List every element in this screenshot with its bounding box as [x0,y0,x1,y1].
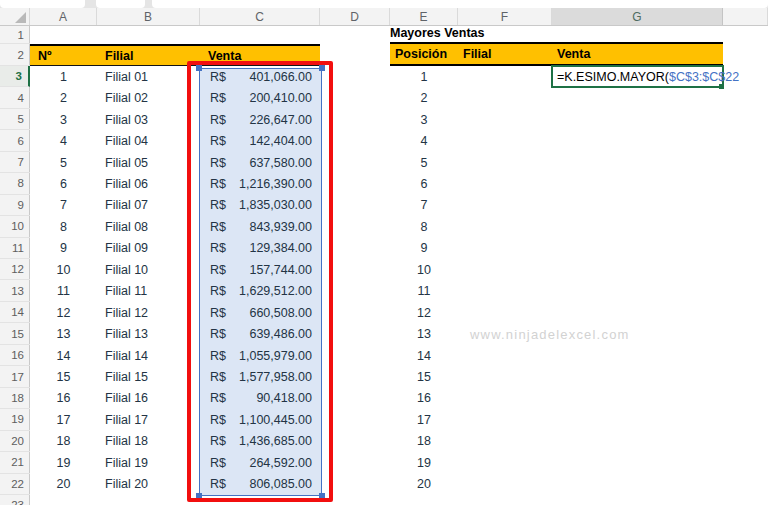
row-header-7[interactable]: 7 [0,152,30,173]
row-header-23[interactable]: 23 [0,495,30,505]
fill-handle[interactable] [719,84,724,89]
name-box-bottom [0,0,85,8]
cell-e15[interactable]: 13 [390,323,458,344]
cell-e16[interactable]: 14 [390,345,458,366]
cell-b4[interactable]: Filial 02 [97,87,200,108]
column-header-a[interactable]: A [30,8,97,25]
cell-b5[interactable]: Filial 03 [97,109,200,130]
column-header-c[interactable]: C [200,8,320,25]
cell-b3[interactable]: Filial 01 [97,66,200,87]
row-header-4[interactable]: 4 [0,87,30,108]
cell-a11[interactable]: 9 [30,238,97,259]
cell-e21[interactable]: 19 [390,452,458,473]
cell-e8[interactable]: 6 [390,173,458,194]
formula-range-reference: $C$3:$C$22 [669,70,739,84]
row-header-3[interactable]: 3 [0,66,30,87]
cell-a20[interactable]: 18 [30,431,97,452]
cell-a18[interactable]: 16 [30,388,97,409]
cell-e17[interactable]: 15 [390,366,458,387]
row-header-16[interactable]: 16 [0,345,30,366]
cell-a15[interactable]: 13 [30,323,97,344]
row-header-6[interactable]: 6 [0,130,30,151]
row-header-20[interactable]: 20 [0,431,30,452]
row-header-11[interactable]: 11 [0,238,30,259]
cell-b13[interactable]: Filial 11 [97,281,200,302]
cell-e11[interactable]: 9 [390,238,458,259]
row-header-22[interactable]: 22 [0,474,30,495]
row-header-13[interactable]: 13 [0,281,30,302]
cell-a17[interactable]: 15 [30,366,97,387]
cell-b8[interactable]: Filial 06 [97,173,200,194]
cell-e22[interactable]: 20 [390,474,458,495]
row-header-5[interactable]: 5 [0,109,30,130]
column-header-d[interactable]: D [320,8,390,25]
row-header-15[interactable]: 15 [0,323,30,344]
cell-b6[interactable]: Filial 04 [97,130,200,151]
cell-b21[interactable]: Filial 19 [97,452,200,473]
cell-e9[interactable]: 7 [390,195,458,216]
cell-e10[interactable]: 8 [390,216,458,237]
row-header-18[interactable]: 18 [0,388,30,409]
fx-button-bottom [96,0,145,8]
cell-a13[interactable]: 11 [30,281,97,302]
cell-b10[interactable]: Filial 08 [97,216,200,237]
cell-b9[interactable]: Filial 07 [97,195,200,216]
excel-sheet: ABCDEFG 12345678910111213141516171819202… [0,0,768,505]
row-header-9[interactable]: 9 [0,195,30,216]
cell-b19[interactable]: Filial 17 [97,409,200,430]
cell-b11[interactable]: Filial 09 [97,238,200,259]
cell-a6[interactable]: 4 [30,130,97,151]
cell-a14[interactable]: 12 [30,302,97,323]
cell-b20[interactable]: Filial 18 [97,431,200,452]
cell-a22[interactable]: 20 [30,474,97,495]
cell-b16[interactable]: Filial 14 [97,345,200,366]
cell-b14[interactable]: Filial 12 [97,302,200,323]
row-header-10[interactable]: 10 [0,216,30,237]
formula-bar-bottom-chrome [0,0,768,8]
cell-a12[interactable]: 10 [30,259,97,280]
cell-b18[interactable]: Filial 16 [97,388,200,409]
cell-e14[interactable]: 12 [390,302,458,323]
row-header-17[interactable]: 17 [0,366,30,387]
cell-a9[interactable]: 7 [30,195,97,216]
cell-a16[interactable]: 14 [30,345,97,366]
cell-b15[interactable]: Filial 13 [97,323,200,344]
column-header-partial[interactable] [723,8,768,25]
row-header-1[interactable]: 1 [0,26,30,44]
row-header-14[interactable]: 14 [0,302,30,323]
cell-b12[interactable]: Filial 10 [97,259,200,280]
select-all-corner[interactable] [0,8,30,25]
column-header-e[interactable]: E [390,8,458,25]
cell-a4[interactable]: 2 [30,87,97,108]
cell-e13[interactable]: 11 [390,281,458,302]
cell-e4[interactable]: 2 [390,87,458,108]
cell-a3[interactable]: 1 [30,66,97,87]
cell-b22[interactable]: Filial 20 [97,474,200,495]
cell-a5[interactable]: 3 [30,109,97,130]
cell-a21[interactable]: 19 [30,452,97,473]
column-header-g[interactable]: G [552,8,723,25]
cell-a7[interactable]: 5 [30,152,97,173]
cell-e3[interactable]: 1 [390,66,458,87]
column-headers: ABCDEFG [0,8,768,26]
cell-e7[interactable]: 5 [390,152,458,173]
cell-a19[interactable]: 17 [30,409,97,430]
cell-a10[interactable]: 8 [30,216,97,237]
row-header-19[interactable]: 19 [0,409,30,430]
cell-e19[interactable]: 17 [390,409,458,430]
column-header-b[interactable]: B [97,8,200,25]
cell-e12[interactable]: 10 [390,259,458,280]
cell-e5[interactable]: 3 [390,109,458,130]
formula-edit-cell-g3[interactable]: =K.ESIMO.MAYOR($C$3:$C$22 [551,65,724,88]
row-header-2[interactable]: 2 [0,44,30,66]
cell-e20[interactable]: 18 [390,431,458,452]
row-header-8[interactable]: 8 [0,173,30,194]
cell-e18[interactable]: 16 [390,388,458,409]
cell-b7[interactable]: Filial 05 [97,152,200,173]
column-header-f[interactable]: F [458,8,552,25]
row-header-21[interactable]: 21 [0,452,30,473]
cell-a8[interactable]: 6 [30,173,97,194]
row-header-12[interactable]: 12 [0,259,30,280]
cell-b17[interactable]: Filial 15 [97,366,200,387]
cell-e6[interactable]: 4 [390,130,458,151]
